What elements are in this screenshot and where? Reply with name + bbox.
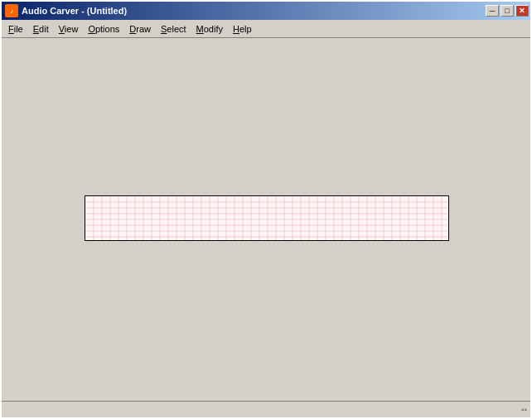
window-title: Audio Carver - (Untitled) [22, 6, 127, 16]
resize-grip: ▪▪ [521, 405, 527, 414]
status-bar: ▪▪ [2, 401, 530, 417]
main-window: ♪ Audio Carver - (Untitled) ─ □ ✕ File E… [0, 0, 532, 419]
minimize-button[interactable]: ─ [486, 5, 499, 17]
menu-modify[interactable]: Modify [191, 21, 228, 37]
restore-button[interactable]: □ [501, 5, 514, 17]
title-bar: ♪ Audio Carver - (Untitled) ─ □ ✕ [2, 2, 530, 20]
menu-bar: File Edit View Options Draw Select Modif… [2, 20, 530, 38]
audio-track[interactable] [85, 195, 449, 241]
app-icon: ♪ [5, 4, 18, 17]
main-area [2, 38, 530, 401]
svg-rect-0 [85, 196, 448, 240]
title-bar-buttons: ─ □ ✕ [486, 5, 529, 17]
menu-help[interactable]: Help [228, 21, 257, 37]
menu-draw[interactable]: Draw [124, 21, 156, 37]
waveform-svg [85, 196, 448, 240]
menu-view[interactable]: View [54, 21, 84, 37]
menu-edit[interactable]: Edit [28, 21, 54, 37]
menu-select[interactable]: Select [156, 21, 191, 37]
title-bar-left: ♪ Audio Carver - (Untitled) [5, 4, 127, 17]
close-button[interactable]: ✕ [515, 5, 529, 17]
menu-options[interactable]: Options [83, 21, 124, 37]
audio-track-inner [85, 196, 448, 240]
menu-file[interactable]: File [3, 21, 28, 37]
